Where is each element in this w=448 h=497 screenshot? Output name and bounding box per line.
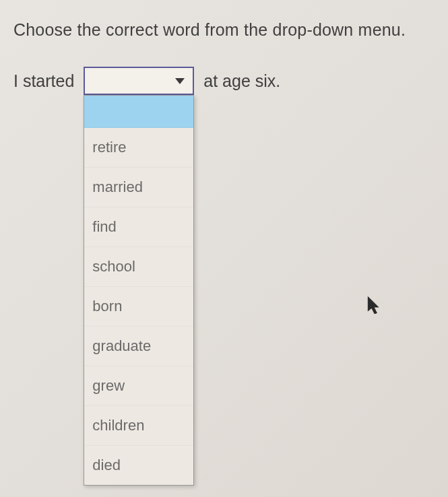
dropdown-option-born[interactable]: born [84,287,193,327]
dropdown-option-retire[interactable]: retire [84,128,193,168]
dropdown-option-grew[interactable]: grew [84,366,193,406]
dropdown-option-married[interactable]: married [84,168,193,207]
instruction-text: Choose the correct word from the drop-do… [13,20,435,40]
mouse-cursor-icon [367,296,382,319]
dropdown-select[interactable] [84,67,194,95]
dropdown-option-school[interactable]: school [84,247,193,287]
dropdown-wrapper: retire married find school born graduate… [84,67,194,95]
dropdown-option-blank[interactable] [84,96,193,128]
sentence-row: I started retire married find school bor… [13,67,435,95]
dropdown-option-find[interactable]: find [84,207,193,247]
sentence-after: at age six. [203,71,280,91]
chevron-down-icon [175,78,185,84]
dropdown-option-died[interactable]: died [84,446,193,485]
dropdown-option-children[interactable]: children [84,406,193,446]
sentence-before: I started [13,71,74,91]
dropdown-list: retire married find school born graduate… [84,95,194,486]
dropdown-option-graduate[interactable]: graduate [84,327,193,366]
